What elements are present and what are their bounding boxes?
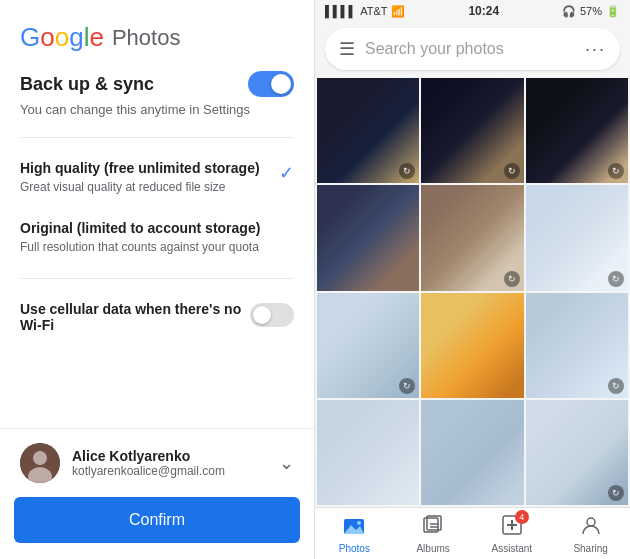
photo-cell[interactable]: ↻ (526, 400, 628, 505)
assistant-nav-label: Assistant (492, 543, 533, 554)
photo-cell[interactable] (421, 293, 523, 398)
svg-point-13 (587, 518, 595, 526)
confirm-button[interactable]: Confirm (14, 497, 300, 543)
sync-icon: ↻ (608, 378, 624, 394)
high-quality-subtitle: Great visual quality at reduced file siz… (20, 179, 271, 196)
backup-title: Back up & sync (20, 74, 154, 95)
photo-cell[interactable]: ↻ (526, 185, 628, 290)
sync-icon: ↻ (399, 378, 415, 394)
svg-point-1 (33, 451, 47, 465)
search-bar[interactable]: ☰ Search your photos ··· (325, 28, 620, 70)
bottom-nav: Photos Albums (315, 507, 630, 559)
sync-icon: ↻ (608, 485, 624, 501)
high-quality-option[interactable]: High quality (free unlimited storage) Gr… (20, 148, 294, 208)
battery-icon: 🔋 (606, 5, 620, 18)
photos-nav-icon (343, 514, 365, 541)
cellular-option: Use cellular data when there's no Wi-Fi (20, 289, 294, 348)
status-time: 10:24 (468, 4, 499, 18)
logo-photos-text: Photos (112, 25, 181, 51)
logo-area: Google Photos (0, 0, 314, 71)
chevron-down-icon: ⌄ (279, 452, 294, 474)
albums-nav-icon (422, 514, 444, 541)
battery-percentage: 57% (580, 5, 602, 17)
photo-cell[interactable] (317, 185, 419, 290)
high-quality-title: High quality (free unlimited storage) (20, 160, 271, 176)
divider-2 (20, 278, 294, 279)
logo-google: Google (20, 22, 104, 53)
backup-toggle[interactable] (248, 71, 294, 97)
more-options-icon[interactable]: ··· (585, 39, 606, 60)
account-name: Alice Kotlyarenko (72, 448, 225, 464)
original-title: Original (limited to account storage) (20, 220, 294, 236)
photo-cell[interactable]: ↻ (317, 293, 419, 398)
sync-icon: ↻ (504, 271, 520, 287)
original-subtitle: Full resolution that counts against your… (20, 239, 294, 256)
account-section[interactable]: Alice Kotlyarenko kotlyarenkoalice@gmail… (0, 428, 314, 497)
hamburger-icon[interactable]: ☰ (339, 38, 355, 60)
sharing-nav-label: Sharing (573, 543, 607, 554)
carrier-name: AT&T (360, 5, 387, 17)
account-email: kotlyarenkoalice@gmail.com (72, 464, 225, 478)
divider-1 (20, 137, 294, 138)
photos-grid: ↻ ↻ ↻ ↻ ↻ ↻ ↻ (315, 76, 630, 507)
cellular-title: Use cellular data when there's no Wi-Fi (20, 301, 250, 333)
nav-photos[interactable]: Photos (327, 514, 382, 555)
right-panel: ▌▌▌▌ AT&T 📶 10:24 🎧 57% 🔋 ☰ Search your … (315, 0, 630, 559)
headphones-icon: 🎧 (562, 5, 576, 18)
search-placeholder: Search your photos (365, 40, 504, 58)
photo-cell[interactable] (421, 400, 523, 505)
svg-point-5 (357, 521, 361, 525)
signal-icon: ▌▌▌▌ (325, 5, 356, 17)
sync-icon: ↻ (504, 163, 520, 179)
sync-icon: ↻ (608, 271, 624, 287)
photo-thumbnail (317, 400, 419, 505)
wifi-icon: 📶 (391, 5, 405, 18)
nav-assistant[interactable]: 4 Assistant (484, 514, 539, 555)
photo-thumbnail (317, 185, 419, 290)
settings-content: Back up & sync You can change this anyti… (0, 71, 314, 428)
left-panel: Google Photos Back up & sync You can cha… (0, 0, 315, 559)
status-bar: ▌▌▌▌ AT&T 📶 10:24 🎧 57% 🔋 (315, 0, 630, 22)
status-right: 🎧 57% 🔋 (562, 5, 620, 18)
photo-cell[interactable]: ↻ (317, 78, 419, 183)
nav-sharing[interactable]: Sharing (563, 514, 618, 555)
photo-cell[interactable] (317, 400, 419, 505)
photos-nav-label: Photos (339, 543, 370, 554)
albums-nav-label: Albums (416, 543, 449, 554)
high-quality-checkmark: ✓ (279, 162, 294, 184)
status-left: ▌▌▌▌ AT&T 📶 (325, 5, 405, 18)
backup-subtitle: You can change this anytime in Settings (20, 101, 294, 119)
backup-sync-row: Back up & sync (20, 71, 294, 97)
nav-albums[interactable]: Albums (406, 514, 461, 555)
photo-cell[interactable]: ↻ (421, 78, 523, 183)
photo-cell[interactable]: ↻ (421, 185, 523, 290)
avatar (20, 443, 60, 483)
sharing-nav-icon (580, 514, 602, 541)
photo-cell[interactable]: ↻ (526, 293, 628, 398)
assistant-badge: 4 (515, 510, 529, 524)
original-option[interactable]: Original (limited to account storage) Fu… (20, 208, 294, 268)
photo-cell[interactable]: ↻ (526, 78, 628, 183)
photo-thumbnail (421, 400, 523, 505)
photo-thumbnail (421, 293, 523, 398)
cellular-toggle[interactable] (250, 303, 294, 327)
